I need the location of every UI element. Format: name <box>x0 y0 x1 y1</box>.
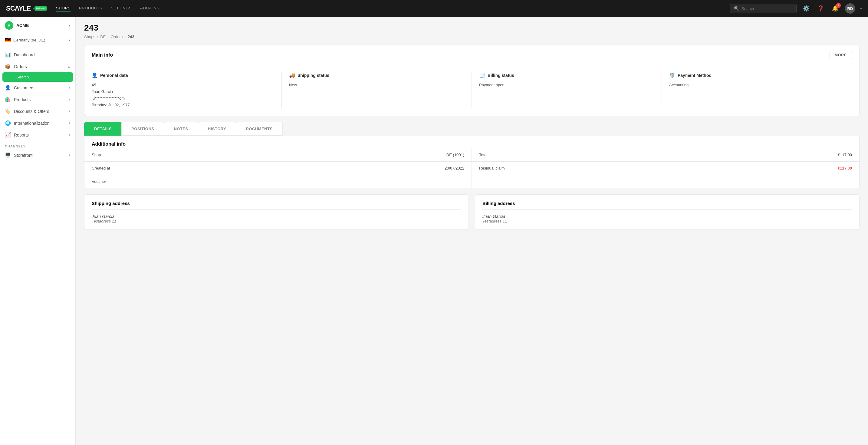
shipping-status-label: Shipping status <box>298 73 329 78</box>
tab-details[interactable]: DETAILS <box>84 122 122 136</box>
nav-link-settings[interactable]: SETTINGS <box>111 6 132 11</box>
sidebar-item-internationalization[interactable]: 🌐 Internationalization ▾ <box>0 117 75 129</box>
sidebar-item-label-products: Products <box>14 97 66 102</box>
shop-avatar: A <box>5 21 13 30</box>
billing-status-value: Payment open <box>479 82 654 88</box>
voucher-cell: Voucher - <box>85 175 472 188</box>
payment-icon: 🛡️ <box>669 72 675 78</box>
help-icon-btn[interactable]: ❓ <box>816 4 826 13</box>
avatar-chevron-icon: ▾ <box>860 6 862 10</box>
address-grid: Shipping address Juan Garcia Testadress … <box>84 194 860 230</box>
sidebar: A ACME ▾ 🇩🇪 Germany (de_DE) ▾ 📊 Dashboar… <box>0 17 76 445</box>
billing-address-name: Juan Garcia <box>483 214 852 219</box>
notifications-btn[interactable]: 🔔 9 <box>831 4 840 13</box>
tab-notes[interactable]: NOTES <box>164 122 198 136</box>
nav-link-products[interactable]: PRODUCTS <box>79 6 102 11</box>
sidebar-item-label-reports: Reports <box>14 132 66 138</box>
sidebar-item-dashboard[interactable]: 📊 Dashboard <box>0 49 75 61</box>
personal-birthday: Birthday: Jul 02, 1977 <box>92 102 274 108</box>
shipping-status-col: 🚚 Shipping status New <box>282 72 472 108</box>
demo-badge: DEMO <box>34 6 47 10</box>
nav-link-addons[interactable]: ADD-ONS <box>140 6 159 11</box>
additional-info-card: Additional info Shop DE (1001) Total €11… <box>84 136 860 188</box>
shop-cell: Shop DE (1001) <box>85 148 472 162</box>
nav-links: SHOPS PRODUCTS SETTINGS ADD-ONS <box>56 6 159 11</box>
additional-info-title: Additional info <box>92 141 126 147</box>
sidebar-item-customers[interactable]: 👤 Customers ▾ <box>0 82 75 93</box>
shipping-address-title: Shipping address <box>92 201 461 210</box>
user-avatar-btn[interactable]: RD <box>845 3 855 13</box>
tab-history[interactable]: HISTORY <box>198 122 236 136</box>
settings-icon-btn[interactable]: ⚙️ <box>801 4 811 13</box>
breadcrumb-current: 243 <box>128 34 134 39</box>
total-value: €117.00 <box>838 153 852 157</box>
shop-value: DE (1001) <box>446 153 464 157</box>
storefront-chevron-icon: ▾ <box>69 153 70 157</box>
info-grid: 👤 Personal data 45 Juan Garcia ju*******… <box>85 65 859 116</box>
customers-chevron-icon: ▾ <box>69 86 70 90</box>
billing-address-card: Billing address Juan Garcia Testadress 1… <box>475 194 860 230</box>
breadcrumb: Shops › DE › Orders › 243 <box>84 34 860 39</box>
channels-section-label: CHANNELS <box>0 141 75 149</box>
language-selector[interactable]: 🇩🇪 Germany (de_DE) ▾ <box>0 34 75 46</box>
shop-chevron-icon: ▾ <box>69 23 70 28</box>
created-at-cell: Created at 20/07/2022 <box>85 162 472 175</box>
orders-icon: 📦 <box>5 64 11 69</box>
sidebar-item-orders[interactable]: 📦 Orders ▲ <box>0 61 75 72</box>
billing-icon: 🧾 <box>479 72 485 78</box>
breadcrumb-sep-3: › <box>124 34 126 39</box>
sidebar-item-discounts[interactable]: 🏷️ Discounts & Offers ▾ <box>0 105 75 117</box>
sidebar-subitem-search[interactable]: Search <box>2 72 73 82</box>
flag-icon: 🇩🇪 <box>5 37 11 43</box>
notification-badge: 9 <box>836 3 841 8</box>
discounts-chevron-icon: ▾ <box>69 109 70 113</box>
empty-cell <box>472 175 859 188</box>
additional-info-grid: Shop DE (1001) Total €117.00 Created at … <box>85 148 859 188</box>
payment-method-value: Accounting <box>669 82 845 88</box>
intl-chevron-icon: ▾ <box>69 121 70 125</box>
voucher-value: - <box>463 179 464 184</box>
breadcrumb-orders[interactable]: Orders <box>111 34 123 39</box>
sidebar-subitem-search-label: Search <box>17 75 29 79</box>
shipping-address-line: Testadress 11 <box>92 219 461 224</box>
sidebar-item-storefront[interactable]: 🖥️ Storefront ▾ <box>0 149 75 161</box>
logo-dot: ● <box>32 7 34 10</box>
nav-right: 🔍 ⚙️ ❓ 🔔 9 RD ▾ <box>730 3 862 13</box>
shipping-address-name: Juan Garcia <box>92 214 461 219</box>
personal-data-label: Personal data <box>100 73 128 78</box>
card-header: Main info MORE <box>85 46 859 65</box>
top-nav: SCAYLE ● DEMO SHOPS PRODUCTS SETTINGS AD… <box>0 0 868 17</box>
personal-name: Juan Garcia <box>92 88 274 95</box>
sidebar-item-label-orders: Orders <box>14 64 64 69</box>
tab-documents[interactable]: DOCUMENTS <box>236 122 282 136</box>
search-box[interactable]: 🔍 <box>730 4 797 13</box>
products-icon: 🛍️ <box>5 96 11 102</box>
more-button[interactable]: MORE <box>830 51 852 59</box>
breadcrumb-de[interactable]: DE <box>100 34 105 39</box>
sidebar-item-label-customers: Customers <box>14 85 66 90</box>
residual-value: €117.00 <box>838 166 852 171</box>
search-input[interactable] <box>742 6 793 11</box>
sidebar-item-products[interactable]: 🛍️ Products ▾ <box>0 93 75 105</box>
main-info-card: Main info MORE 👤 Personal data 45 Juan G… <box>84 45 860 116</box>
payment-method-header: 🛡️ Payment Method <box>669 72 845 78</box>
shop-selector[interactable]: A ACME ▾ <box>0 17 75 34</box>
personal-data-header: 👤 Personal data <box>92 72 274 78</box>
residual-label: Residual claim <box>479 166 505 171</box>
nav-link-shops[interactable]: SHOPS <box>56 6 70 11</box>
breadcrumb-shops[interactable]: Shops <box>84 34 95 39</box>
shipping-status-value: New <box>289 82 464 88</box>
tab-positions[interactable]: POSITIONS <box>121 122 164 136</box>
main-info-title: Main info <box>92 52 113 58</box>
sidebar-item-label-storefront: Storefront <box>14 153 66 158</box>
billing-address-title: Billing address <box>483 201 852 210</box>
created-at-value: 20/07/2022 <box>444 166 464 171</box>
sidebar-item-label-intl: Internationalization <box>14 121 66 126</box>
main-content: 243 Shops › DE › Orders › 243 Main info … <box>76 17 868 445</box>
sidebar-item-label-discounts: Discounts & Offers <box>14 109 66 114</box>
breadcrumb-sep-1: › <box>97 34 98 39</box>
sidebar-item-reports[interactable]: 📈 Reports ▾ <box>0 129 75 141</box>
voucher-label: Voucher <box>92 179 106 184</box>
personal-id: 45 <box>92 82 274 88</box>
sidebar-nav: 📊 Dashboard 📦 Orders ▲ Search 👤 Customer… <box>0 46 75 164</box>
